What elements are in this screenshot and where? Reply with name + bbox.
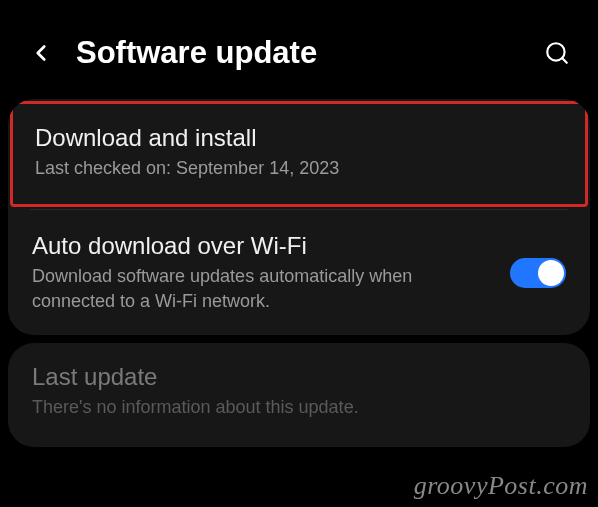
watermark: groovyPost.com	[414, 471, 588, 501]
chevron-left-icon	[28, 40, 54, 66]
settings-card-main: Download and install Last checked on: Se…	[8, 99, 590, 335]
item-subtitle: Download software updates automatically …	[32, 264, 494, 313]
settings-card-last-update: Last update There's no information about…	[8, 343, 590, 447]
toggle-knob	[538, 260, 564, 286]
search-icon	[544, 40, 570, 66]
svg-line-1	[562, 58, 567, 63]
item-title: Last update	[32, 363, 566, 391]
last-update-item[interactable]: Last update There's no information about…	[8, 343, 590, 447]
auto-download-item[interactable]: Auto download over Wi-Fi Download softwa…	[8, 210, 590, 335]
search-button[interactable]	[544, 40, 570, 66]
download-install-item[interactable]: Download and install Last checked on: Se…	[10, 101, 588, 207]
item-title: Auto download over Wi-Fi	[32, 232, 494, 260]
item-subtitle: Last checked on: September 14, 2023	[35, 156, 563, 180]
item-text: Auto download over Wi-Fi Download softwa…	[32, 232, 494, 313]
back-button[interactable]	[28, 40, 54, 66]
header: Software update	[0, 0, 598, 91]
auto-download-toggle[interactable]	[510, 258, 566, 288]
item-subtitle: There's no information about this update…	[32, 395, 566, 419]
page-title: Software update	[76, 35, 544, 71]
item-title: Download and install	[35, 124, 563, 152]
